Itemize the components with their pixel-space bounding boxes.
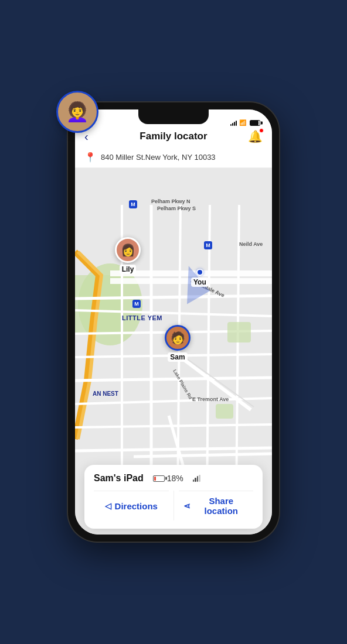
neild-ave-label: Neild Ave (239, 241, 263, 247)
header: ‹ Family locator 🔔 (75, 127, 272, 148)
sam-avatar[interactable]: 🧑 Sam (165, 325, 190, 362)
svg-rect-23 (216, 404, 233, 419)
sam-avatar-circle: 🧑 (165, 325, 190, 351)
an-nest-label: AN NEST (93, 390, 118, 397)
e-tremont-label: E Tremont Ave (192, 396, 229, 402)
metro-badge-1: M (129, 200, 137, 208)
notch (138, 109, 209, 124)
info-card-actions: ◁ Directions ⋖ Share location (94, 491, 253, 520)
back-button[interactable]: ‹ (84, 130, 102, 143)
metro-badge-2: M (204, 241, 212, 249)
battery-info: 18% (153, 474, 183, 483)
phone-frame: 👩‍🦱 📶 ‹ Family locator 🔔 (68, 102, 279, 542)
you-marker: You (191, 269, 209, 287)
page-title: Family locator (102, 131, 245, 142)
address-bar: 📍 840 Miller St.New York, NY 10033 (75, 148, 272, 168)
directions-icon: ◁ (105, 501, 111, 511)
info-card-top: Sam's iPad 18% (94, 473, 253, 484)
notification-badge (259, 128, 264, 133)
map-area: Pelham Pkwy N Pelham Pkwy S Bronxdale Av… (75, 168, 272, 535)
avatar[interactable]: 👩‍🦱 (56, 91, 98, 133)
you-label: You (191, 278, 209, 287)
pelham-n-label: Pelham Pkwy N (151, 198, 190, 204)
battery-small-icon (153, 475, 165, 482)
share-location-button[interactable]: ⋖ Share location (179, 491, 254, 520)
address-text: 840 Miller St.New York, NY 10033 (101, 153, 216, 162)
lily-label: Lily (120, 265, 137, 274)
battery-icon (250, 120, 260, 126)
phone-screen: 📶 ‹ Family locator 🔔 📍 840 Miller St.New… (75, 109, 272, 535)
little-yem-label: LITTLE YEM (122, 314, 162, 321)
signal-icon (230, 120, 237, 126)
pelham-s-label: Pelham Pkwy S (157, 205, 196, 211)
signal-strength-icon (193, 475, 200, 482)
device-name: Sam's iPad (94, 473, 144, 484)
directions-label: Directions (115, 501, 158, 511)
wifi-icon: 📶 (239, 119, 246, 126)
directions-button[interactable]: ◁ Directions (94, 491, 169, 520)
share-location-label: Share location (194, 496, 249, 516)
map-background: Pelham Pkwy N Pelham Pkwy S Bronxdale Av… (75, 168, 272, 535)
metro-badge-3: M (132, 300, 141, 308)
sam-label: Sam (168, 352, 187, 362)
share-icon: ⋖ (183, 501, 190, 511)
pin-icon: 📍 (84, 152, 96, 163)
status-icons: 📶 (230, 119, 260, 126)
svg-rect-22 (227, 322, 251, 342)
lily-avatar-circle: 👩 (115, 237, 141, 263)
battery-percentage: 18% (167, 474, 183, 483)
info-card: Sam's iPad 18% ◁ (84, 465, 263, 529)
action-divider (174, 491, 174, 520)
lily-avatar[interactable]: 👩 Lily (115, 237, 141, 274)
notification-bell[interactable]: 🔔 (245, 129, 263, 143)
you-dot (196, 269, 203, 276)
